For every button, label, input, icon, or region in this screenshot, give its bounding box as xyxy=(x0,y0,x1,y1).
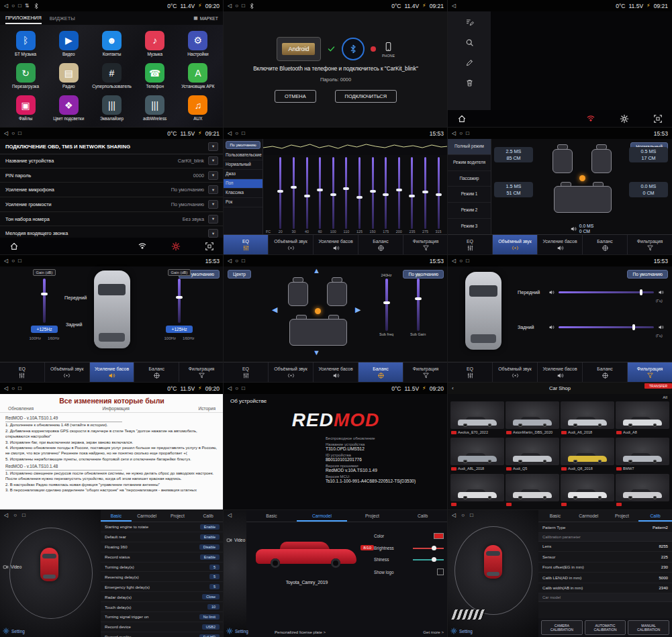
calib-param-row[interactable]: Front offset(EG in mm) 230 xyxy=(538,562,672,573)
home-icon[interactable] xyxy=(457,114,467,124)
settings-row[interactable]: Turning delay(s) 5 xyxy=(101,562,224,573)
calibration-button[interactable]: AUTOMATIC CALIBRATION xyxy=(585,620,626,635)
tab-carmodel[interactable]: Carmodel xyxy=(132,510,162,522)
nav-recents-icon[interactable]: □ xyxy=(242,3,245,9)
setting-value[interactable]: 5 xyxy=(209,574,220,579)
tab-balance[interactable]: Баланс xyxy=(583,362,628,383)
nav-recents-icon[interactable]: □ xyxy=(18,130,21,136)
center-button[interactable]: Центр xyxy=(228,270,251,279)
slider-knob[interactable] xyxy=(383,193,389,196)
default-button[interactable]: По умолчанию xyxy=(627,270,668,279)
nav-back-icon[interactable]: ◁ xyxy=(452,3,456,9)
nav-home-icon[interactable]: ○ xyxy=(13,512,17,518)
shiness-slider[interactable] xyxy=(413,559,444,560)
tab-bass-boost[interactable]: Усиление басов xyxy=(538,362,583,383)
chevron-down-icon[interactable]: ▼ xyxy=(208,229,218,238)
settings-row[interactable]: Record device USB2 xyxy=(101,622,224,632)
slider-knob[interactable] xyxy=(436,193,442,196)
app-icon[interactable]: ☻ Контакты xyxy=(90,28,133,60)
setting-value[interactable]: Close xyxy=(202,594,220,599)
nav-back-icon[interactable]: ◁ xyxy=(452,258,456,264)
delay-rear-right[interactable]: 0.0 MS0 CM xyxy=(629,182,668,197)
delay-rear-left[interactable]: 1.5 MS51 CM xyxy=(494,182,533,197)
nav-home-icon[interactable]: ○ xyxy=(235,3,238,9)
car-item[interactable]: Audi_A8L_2018 xyxy=(450,438,504,473)
mode-item[interactable]: Режим 3 xyxy=(448,219,491,235)
brightness-slider[interactable] xyxy=(413,548,444,549)
preset-item[interactable]: Поп xyxy=(224,179,262,189)
fade-up-arrow[interactable]: ▲ xyxy=(313,266,320,275)
nav-recents-icon[interactable]: □ xyxy=(18,3,21,9)
eq-band-slider[interactable] xyxy=(300,157,314,229)
tab-balance[interactable]: Баланс xyxy=(358,362,403,383)
mode-item[interactable]: Режим водителя xyxy=(448,155,491,171)
market-button[interactable]: ▦МАРКЕТ xyxy=(193,15,218,21)
slider-knob[interactable] xyxy=(41,293,48,295)
tab-filter[interactable]: Фильтрация xyxy=(403,362,448,383)
sub-gain-slider[interactable] xyxy=(417,279,420,331)
chevron-down-icon[interactable]: ▼ xyxy=(208,156,218,165)
settings-row[interactable]: PIN пароль 0000 ▼ xyxy=(0,168,224,183)
tab-surround-sound[interactable]: Объёмный звук xyxy=(493,235,538,255)
settings-row[interactable]: Touch delay(s) 10 xyxy=(101,602,224,612)
tab-surround-sound[interactable]: Объёмный звук xyxy=(493,362,538,383)
connect-button[interactable]: ПОДКЛЮЧИТЬСЯ xyxy=(335,90,397,103)
nav-back-icon[interactable]: ◁ xyxy=(228,385,232,391)
delay-front-left[interactable]: 2.5 MS85 CM xyxy=(494,147,533,162)
car-item[interactable]: Audi_A6_2018 xyxy=(561,401,614,436)
nav-recents-icon[interactable]: □ xyxy=(18,258,21,264)
eq-band-slider[interactable] xyxy=(287,157,301,229)
slider-knob[interactable] xyxy=(396,189,402,191)
chevron-down-icon[interactable]: ▼ xyxy=(208,142,218,151)
nav-back-icon[interactable]: ◁ xyxy=(228,130,232,136)
pattern-type-row[interactable]: Pattern Type Pattern2 xyxy=(538,522,672,533)
eq-band-slider[interactable] xyxy=(405,157,419,229)
setting-value[interactable]: 10 xyxy=(207,604,220,609)
tab-project[interactable]: Project xyxy=(162,510,193,522)
settings-row[interactable]: Starting engine to rotate Enable xyxy=(101,522,224,532)
app-icon[interactable]: ♫ AUX xyxy=(177,93,220,125)
search-icon[interactable] xyxy=(465,38,474,47)
calib-param-row[interactable]: Lens 8255 xyxy=(538,542,672,552)
nav-recents-icon[interactable]: □ xyxy=(242,258,245,264)
nav-back-icon[interactable]: ◁ xyxy=(4,385,8,391)
nav-back-icon[interactable]: ◁ xyxy=(4,130,8,136)
tab-calib[interactable]: Calib xyxy=(193,510,224,522)
chevron-down-icon[interactable]: ▼ xyxy=(208,171,218,180)
nav-recents-icon[interactable]: □ xyxy=(470,512,473,518)
filter-all-label[interactable]: All xyxy=(663,395,667,399)
slider-knob[interactable] xyxy=(409,195,415,197)
nav-home-icon[interactable]: ○ xyxy=(461,512,465,518)
car-item[interactable]: Aeolus_E70_2022 xyxy=(450,401,504,436)
nav-home-icon[interactable]: ○ xyxy=(459,258,463,264)
eq-band-slider[interactable] xyxy=(274,157,287,229)
nav-home-icon[interactable]: ○ xyxy=(11,130,15,136)
preset-item[interactable]: Джаз xyxy=(224,170,262,179)
nav-back-icon[interactable]: ◁ xyxy=(452,512,456,518)
nav-home-icon[interactable]: ○ xyxy=(459,130,463,136)
setting-value[interactable]: USB2 xyxy=(202,624,220,630)
sub-freq-slider[interactable] xyxy=(385,279,388,331)
settings-row[interactable]: Record status Enable xyxy=(101,552,224,562)
eq-band-slider[interactable] xyxy=(366,157,379,229)
color-control[interactable]: Color xyxy=(374,533,444,539)
license-plate-link[interactable]: Personalized license plate > xyxy=(275,630,326,634)
hotspot-icon[interactable] xyxy=(586,114,595,124)
rear-filter-slider[interactable] xyxy=(559,326,654,328)
nav-back-icon[interactable]: ◁ xyxy=(228,3,232,9)
mode-item[interactable]: Режим 2 xyxy=(448,203,491,219)
gain-slider[interactable] xyxy=(43,279,46,323)
setting-value[interactable]: No limit xyxy=(199,614,220,620)
tab-bass-boost[interactable]: Усиление басов xyxy=(90,362,135,383)
nav-home-icon[interactable]: ○ xyxy=(235,130,238,136)
balance-right-arrow[interactable]: ▶ xyxy=(355,305,361,314)
freq-button[interactable]: +125Hz xyxy=(166,326,193,333)
settings-row[interactable]: Floating 360 Disable xyxy=(101,542,224,552)
tab-eq[interactable]: EQ xyxy=(448,362,493,383)
slider-knob[interactable] xyxy=(415,297,422,300)
setting-button[interactable]: Setting xyxy=(450,628,473,634)
slider-knob[interactable] xyxy=(343,187,349,190)
fade-down-arrow[interactable]: ▼ xyxy=(313,348,320,356)
tab-project[interactable]: Project xyxy=(606,510,639,522)
tab-bass-boost[interactable]: Усиление басов xyxy=(538,235,583,255)
